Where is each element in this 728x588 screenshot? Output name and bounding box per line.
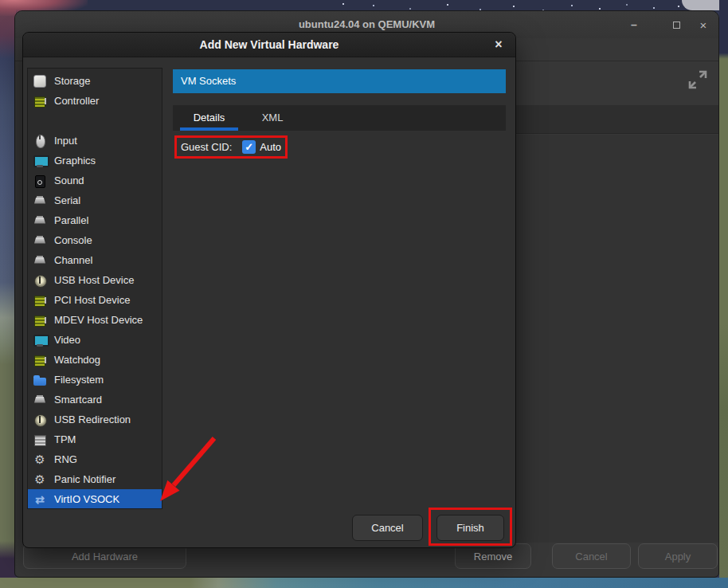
gears-icon: ⚙ bbox=[33, 453, 46, 466]
item-label: RNG bbox=[54, 453, 77, 465]
sidebar-item-panic-notifier[interactable]: ⚙ Panic Notifier bbox=[28, 469, 162, 489]
sidebar-item-smartcard[interactable]: Smartcard bbox=[28, 390, 162, 410]
item-label: Channel bbox=[54, 254, 92, 266]
dialog-close-icon[interactable]: × bbox=[491, 37, 506, 52]
dialog-title: Add New Virtual Hardware bbox=[23, 38, 515, 51]
sidebar-item-console[interactable]: Console bbox=[28, 230, 162, 250]
item-label: Serial bbox=[54, 194, 80, 206]
pci-chip-icon bbox=[33, 314, 46, 327]
sidebar-item-usb-host-device[interactable]: USB Host Device bbox=[28, 270, 162, 290]
sidebar-item-pci-host-device[interactable]: PCI Host Device bbox=[28, 290, 162, 310]
serial-port-icon bbox=[33, 394, 46, 406]
auto-checkbox-label: Auto bbox=[260, 141, 281, 153]
folder-icon bbox=[33, 374, 46, 386]
serial-port-icon bbox=[33, 214, 46, 227]
controller-chip-icon bbox=[33, 95, 46, 108]
sidebar-item-mdev-host-device[interactable]: MDEV Host Device bbox=[28, 310, 162, 330]
auto-checkbox-group: ✓ Auto bbox=[242, 140, 281, 154]
item-label: Controller bbox=[54, 95, 99, 107]
item-label: Graphics bbox=[54, 155, 96, 167]
dialog-titlebar[interactable]: Add New Virtual Hardware × bbox=[23, 33, 515, 57]
finish-button[interactable]: Finish bbox=[436, 515, 504, 541]
sidebar-item-channel[interactable]: Channel bbox=[28, 250, 162, 270]
serial-port-icon bbox=[33, 234, 46, 247]
cancel-button[interactable]: Cancel bbox=[352, 515, 423, 541]
wallpaper-left-edge bbox=[0, 0, 16, 588]
sidebar-item-parallel[interactable]: Parallel bbox=[28, 210, 162, 230]
guest-cid-label: Guest CID: bbox=[181, 141, 232, 153]
details-content-area bbox=[503, 135, 719, 543]
sidebar-item-graphics[interactable]: Graphics bbox=[28, 151, 162, 171]
fullscreen-expand-icon[interactable] bbox=[686, 68, 710, 92]
minimize-icon[interactable]: – bbox=[628, 19, 640, 32]
vm-window-title: ubuntu24.04 on QEMU/KVM bbox=[15, 18, 718, 30]
sidebar-item-sound[interactable]: Sound bbox=[28, 171, 162, 190]
sidebar-item-controller[interactable]: Controller bbox=[28, 91, 162, 111]
sidebar-item-empty bbox=[28, 111, 162, 131]
sidebar-item-virtio-vsock[interactable]: ⇄ VirtIO VSOCK bbox=[28, 489, 162, 509]
annotation-arrow bbox=[148, 427, 244, 523]
vsock-arrows-icon: ⇄ bbox=[33, 493, 46, 506]
item-label: Console bbox=[54, 234, 92, 246]
item-label: Smartcard bbox=[54, 394, 102, 406]
sidebar-item-serial[interactable]: Serial bbox=[28, 190, 162, 210]
active-tab-underline bbox=[180, 127, 238, 131]
sidebar-item-filesystem[interactable]: Filesystem bbox=[28, 370, 162, 390]
maximize-icon[interactable] bbox=[670, 19, 683, 32]
item-label: VirtIO VSOCK bbox=[54, 493, 119, 505]
sidebar-item-storage[interactable]: Storage bbox=[28, 71, 162, 91]
guest-cid-field-highlight: Guest CID: ✓ Auto bbox=[174, 135, 288, 159]
item-label: Parallel bbox=[54, 214, 88, 226]
sidebar-item-usb-redirection[interactable]: USB Redirection bbox=[28, 410, 162, 429]
item-label: USB Host Device bbox=[54, 274, 134, 286]
serial-port-icon bbox=[33, 254, 46, 267]
apply-button: Apply bbox=[638, 543, 718, 569]
item-label: PCI Host Device bbox=[54, 294, 130, 306]
wallpaper-bottom-edge bbox=[0, 578, 728, 588]
auto-checkbox[interactable]: ✓ bbox=[242, 140, 256, 154]
add-hardware-dialog: Add New Virtual Hardware × Storage Contr… bbox=[22, 32, 516, 548]
item-label: MDEV Host Device bbox=[54, 314, 143, 326]
pci-chip-icon bbox=[33, 294, 46, 307]
close-window-icon[interactable]: × bbox=[697, 19, 710, 32]
vm-cancel-button: Cancel bbox=[552, 543, 631, 569]
sidebar-item-video[interactable]: Video bbox=[28, 330, 162, 350]
usb-icon bbox=[33, 274, 46, 287]
usb-icon bbox=[33, 414, 46, 426]
sidebar-item-tpm[interactable]: TPM bbox=[28, 429, 162, 449]
gears-icon: ⚙ bbox=[33, 473, 46, 486]
tab-xml[interactable]: XML bbox=[249, 105, 296, 131]
panel-tabstrip: Details XML bbox=[173, 105, 506, 131]
item-label: Filesystem bbox=[54, 374, 104, 386]
item-label: Storage bbox=[54, 75, 91, 87]
item-label: Input bbox=[54, 135, 77, 147]
speaker-icon bbox=[33, 174, 46, 187]
pci-chip-icon bbox=[33, 354, 46, 367]
item-label: Sound bbox=[54, 174, 84, 186]
sidebar-item-input[interactable]: Input bbox=[28, 131, 162, 151]
panel-header-vm-sockets: VM Sockets bbox=[173, 69, 506, 93]
sidebar-item-watchdog[interactable]: Watchdog bbox=[28, 350, 162, 370]
mouse-icon bbox=[33, 135, 46, 147]
details-list-header-band bbox=[503, 105, 719, 134]
storage-disk-icon bbox=[33, 75, 46, 88]
wallpaper-right-edge bbox=[719, 0, 728, 588]
monitor-icon bbox=[33, 334, 46, 347]
item-label: Video bbox=[54, 334, 80, 346]
sidebar-item-rng[interactable]: ⚙ RNG bbox=[28, 449, 162, 469]
hardware-type-list: Storage Controller Input Graphics Sound … bbox=[27, 68, 162, 509]
monitor-icon bbox=[33, 155, 46, 167]
serial-port-icon bbox=[33, 194, 46, 207]
wallpaper-stars bbox=[342, 3, 344, 5]
item-label: TPM bbox=[54, 433, 76, 445]
item-label: Panic Notifier bbox=[54, 473, 115, 485]
tpm-chip-icon bbox=[33, 433, 46, 446]
item-label: Watchdog bbox=[54, 354, 100, 366]
item-label: USB Redirection bbox=[54, 414, 131, 425]
